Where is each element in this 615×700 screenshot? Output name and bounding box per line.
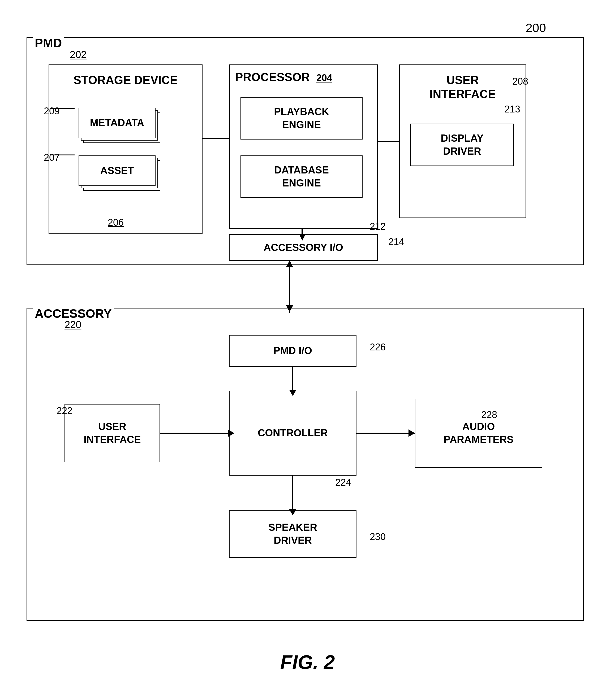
speaker-driver-label: SPEAKERDRIVER — [268, 521, 317, 547]
pmd-ref: 202 — [70, 49, 87, 61]
processor-ref: 204 — [316, 72, 332, 83]
ref-212: 212 — [370, 221, 386, 232]
pmd-io-label: PMD I/O — [273, 344, 312, 357]
database-engine-label: DATABASEENGINE — [274, 164, 329, 190]
processor-label: PROCESSOR 204 — [235, 71, 332, 84]
ref-226: 226 — [370, 342, 386, 353]
pmd-box: PMD 202 STORAGE DEVICE METADATA ASSET 20… — [26, 37, 584, 265]
pmd-to-accessory-connector — [288, 260, 291, 313]
ref-200-label: 200 — [526, 21, 546, 35]
speaker-driver-box: SPEAKERDRIVER — [229, 510, 356, 558]
processor-box: PROCESSOR 204 PLAYBACKENGINE DATABASEENG… — [229, 64, 378, 229]
user-interface-pmd-box: USERINTERFACE 208 213 DISPLAYDRIVER — [399, 64, 526, 218]
ref-214: 214 — [388, 236, 404, 248]
database-engine-box: DATABASEENGINE — [241, 155, 362, 198]
accessory-ui-label: USERINTERFACE — [84, 420, 141, 447]
controller-label: CONTROLLER — [258, 426, 328, 439]
ref-224: 224 — [335, 477, 351, 488]
svg-marker-16 — [408, 429, 415, 437]
pmd-label: PMD — [33, 36, 64, 50]
user-interface-pmd-label: USERINTERFACE — [400, 65, 526, 101]
metadata-card: METADATA — [78, 108, 156, 138]
audio-parameters-label: AUDIOPARAMETERS — [444, 420, 513, 447]
accessory-label: ACCESSORY — [33, 307, 114, 321]
ui-sub-ref-213: 213 — [504, 104, 520, 115]
asset-label: ASSET — [100, 165, 134, 176]
ref-230: 230 — [370, 531, 386, 542]
audio-parameters-box: AUDIOPARAMETERS — [415, 399, 542, 468]
ref-222: 222 — [57, 405, 72, 416]
playback-engine-label: PLAYBACKENGINE — [274, 105, 329, 132]
playback-engine-box: PLAYBACKENGINE — [241, 97, 362, 139]
accessory-outer-box: ACCESSORY 220 PMD I/O 226 228 USERINTERF… — [26, 308, 584, 621]
asset-card: ASSET — [78, 155, 156, 186]
metadata-label: METADATA — [90, 117, 144, 129]
storage-device-label: STORAGE DEVICE — [49, 65, 202, 87]
accessory-ref: 220 — [64, 319, 81, 330]
accessory-ui-box: USERINTERFACE — [64, 404, 160, 462]
pmd-io-box: PMD I/O — [229, 335, 356, 367]
storage-ref: 206 — [108, 217, 124, 228]
accessory-io-label: ACCESSORY I/O — [263, 242, 343, 253]
ui-ref-208: 208 — [512, 76, 528, 87]
display-driver-box: DISPLAYDRIVER — [410, 124, 514, 166]
figure-label: FIG. 2 — [280, 651, 335, 674]
display-driver-label: DISPLAYDRIVER — [441, 132, 483, 158]
controller-box: CONTROLLER — [229, 391, 356, 476]
storage-device-box: STORAGE DEVICE METADATA ASSET 206 — [49, 64, 202, 234]
